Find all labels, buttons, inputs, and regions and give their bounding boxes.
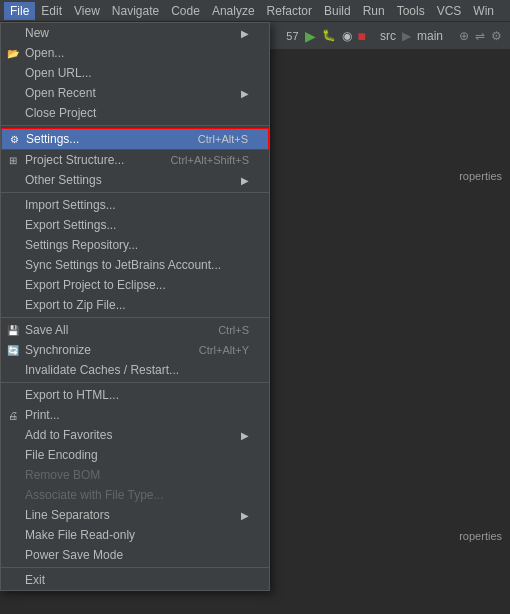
menu-item-make-read-only[interactable]: Make File Read-only xyxy=(1,525,269,545)
menu-edit[interactable]: Edit xyxy=(35,2,68,20)
save-icon: 💾 xyxy=(5,322,21,338)
menu-item-new[interactable]: New ▶ xyxy=(1,23,269,43)
toolbar2-right: 57 ▶ 🐛 ◉ ■ src ▶ main ⊕ ⇌ ⚙ xyxy=(286,28,506,44)
src-label: src xyxy=(380,29,396,43)
file-dropdown-menu: New ▶ 📂 Open... Open URL... Open Recent … xyxy=(0,22,270,591)
menu-win[interactable]: Win xyxy=(467,2,500,20)
project-structure-shortcut: Ctrl+Alt+Shift+S xyxy=(170,154,249,166)
save-all-shortcut: Ctrl+S xyxy=(218,324,249,336)
properties-hint-2: roperties xyxy=(459,530,502,542)
separator-1 xyxy=(1,125,269,126)
breadcrumb-sync-icon[interactable]: ⇌ xyxy=(475,29,485,43)
menu-run[interactable]: Run xyxy=(357,2,391,20)
breadcrumb-gear-icon[interactable]: ⚙ xyxy=(491,29,502,43)
menu-analyze[interactable]: Analyze xyxy=(206,2,261,20)
menu-item-save-all[interactable]: 💾 Save All Ctrl+S xyxy=(1,320,269,340)
breadcrumb-arrow: ▶ xyxy=(402,29,411,43)
menu-item-export-zip[interactable]: Export to Zip File... xyxy=(1,295,269,315)
menu-code[interactable]: Code xyxy=(165,2,206,20)
menu-refactor[interactable]: Refactor xyxy=(261,2,318,20)
sync-icon: 🔄 xyxy=(5,342,21,358)
menu-build[interactable]: Build xyxy=(318,2,357,20)
menu-item-exit[interactable]: Exit xyxy=(1,570,269,590)
menu-vcs[interactable]: VCS xyxy=(431,2,468,20)
menu-file[interactable]: File xyxy=(4,2,35,20)
menu-item-open-recent[interactable]: Open Recent ▶ xyxy=(1,83,269,103)
separator-4 xyxy=(1,382,269,383)
sync-shortcut: Ctrl+Alt+Y xyxy=(199,344,249,356)
settings-shortcut: Ctrl+Alt+S xyxy=(198,133,248,145)
menu-item-export-eclipse[interactable]: Export Project to Eclipse... xyxy=(1,275,269,295)
coverage-icon[interactable]: ◉ xyxy=(342,29,352,43)
stop-button[interactable]: ■ xyxy=(358,28,366,44)
arrow-icon-recent: ▶ xyxy=(241,88,249,99)
menu-item-associate-file-type[interactable]: Associate with File Type... xyxy=(1,485,269,505)
menu-item-open-url[interactable]: Open URL... xyxy=(1,63,269,83)
menu-item-remove-bom[interactable]: Remove BOM xyxy=(1,465,269,485)
menu-item-import-settings[interactable]: Import Settings... xyxy=(1,195,269,215)
menu-item-project-structure[interactable]: ⊞ Project Structure... Ctrl+Alt+Shift+S xyxy=(1,150,269,170)
menu-item-sync-settings[interactable]: Sync Settings to JetBrains Account... xyxy=(1,255,269,275)
menu-tools[interactable]: Tools xyxy=(391,2,431,20)
menu-item-settings-repo[interactable]: Settings Repository... xyxy=(1,235,269,255)
menu-item-synchronize[interactable]: 🔄 Synchronize Ctrl+Alt+Y xyxy=(1,340,269,360)
config-label[interactable]: 57 xyxy=(286,30,298,42)
menu-view[interactable]: View xyxy=(68,2,106,20)
properties-hint-1: roperties xyxy=(459,170,502,182)
debug-icon[interactable]: 🐛 xyxy=(322,29,336,42)
menu-item-export-html[interactable]: Export to HTML... xyxy=(1,385,269,405)
menu-item-open[interactable]: 📂 Open... xyxy=(1,43,269,63)
file-dropdown-overlay: New ▶ 📂 Open... Open URL... Open Recent … xyxy=(0,22,270,591)
separator-3 xyxy=(1,317,269,318)
menu-item-add-favorites[interactable]: Add to Favorites ▶ xyxy=(1,425,269,445)
menu-item-other-settings[interactable]: Other Settings ▶ xyxy=(1,170,269,190)
separator-2 xyxy=(1,192,269,193)
menu-item-file-encoding[interactable]: File Encoding xyxy=(1,445,269,465)
menu-bar: File Edit View Navigate Code Analyze Ref… xyxy=(0,0,510,22)
breadcrumb-add-icon[interactable]: ⊕ xyxy=(459,29,469,43)
menu-item-print[interactable]: 🖨 Print... xyxy=(1,405,269,425)
ide-background: File Edit View Navigate Code Analyze Ref… xyxy=(0,0,510,614)
arrow-icon-favorites: ▶ xyxy=(241,430,249,441)
menu-item-export-settings[interactable]: Export Settings... xyxy=(1,215,269,235)
menu-item-close-project[interactable]: Close Project xyxy=(1,103,269,123)
menu-item-power-save[interactable]: Power Save Mode xyxy=(1,545,269,565)
run-button[interactable]: ▶ xyxy=(305,28,316,44)
menu-item-line-separators[interactable]: Line Separators ▶ xyxy=(1,505,269,525)
menu-item-settings[interactable]: ⚙ Settings... Ctrl+Alt+S xyxy=(1,128,269,150)
arrow-icon-line-separators: ▶ xyxy=(241,510,249,521)
menu-navigate[interactable]: Navigate xyxy=(106,2,165,20)
main-label: main xyxy=(417,29,443,43)
menu-item-invalidate-caches[interactable]: Invalidate Caches / Restart... xyxy=(1,360,269,380)
open-folder-icon: 📂 xyxy=(5,45,21,61)
project-structure-icon: ⊞ xyxy=(5,152,21,168)
settings-icon: ⚙ xyxy=(6,131,22,147)
arrow-icon: ▶ xyxy=(241,28,249,39)
separator-5 xyxy=(1,567,269,568)
arrow-icon-other-settings: ▶ xyxy=(241,175,249,186)
print-icon: 🖨 xyxy=(5,407,21,423)
